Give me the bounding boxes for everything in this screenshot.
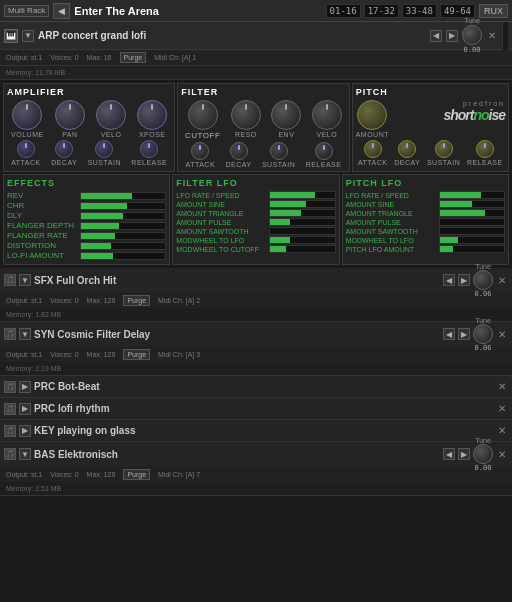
slot-0-purge[interactable]: Purge: [123, 295, 150, 306]
pitch-lfo-rows: LFO RATE / SPEED AMOUNT SINE AMOUNT TRIA…: [346, 191, 505, 253]
flfo-fill-2: [270, 210, 301, 216]
slot-1-next[interactable]: ▶: [458, 328, 470, 340]
output-label: Output: st.1: [6, 54, 42, 61]
flfo-bar-4: [269, 227, 335, 235]
slot-5-close[interactable]: ✕: [496, 449, 508, 460]
slot-1-purge[interactable]: Purge: [123, 349, 150, 360]
plfo-fill-1: [440, 201, 472, 207]
midi-label: Midi Ch: [A] 1: [154, 54, 196, 61]
time-seg-1: 01-16: [326, 4, 361, 18]
filter-lfo-rows: LFO RATE / SPEED AMOUNT SINE AMOUNT TRIA…: [176, 191, 335, 253]
p-sustain: SUSTAIN: [427, 140, 460, 166]
amp-adsr: ATTACK DECAY SUSTAIN RELEASE: [7, 140, 171, 166]
amount-knob[interactable]: [357, 100, 387, 130]
amp-title: AMPLIFIER: [7, 87, 171, 97]
f-sustain-knob[interactable]: [270, 142, 288, 160]
plfo-row-1: AMOUNT SINE: [346, 200, 505, 208]
plfo-bar-1: [439, 200, 505, 208]
xpose-knob[interactable]: [137, 100, 167, 130]
top-bar: Multi Rack ◀ Enter The Arena 01-16 17-32…: [0, 0, 512, 22]
slot-1-prev[interactable]: ◀: [443, 328, 455, 340]
slot-1-close[interactable]: ✕: [496, 329, 508, 340]
pan-knob[interactable]: [55, 100, 85, 130]
inst-info-row: Output: st.1 Voices: 0 Max: 16 Purge Mid…: [0, 50, 512, 66]
fx-dist-label: DISTORTION: [7, 241, 77, 250]
fvelo-knob[interactable]: [312, 100, 342, 130]
plugin-panel: AMPLIFIER VOLUME PAN VELO XPOSE: [0, 80, 512, 268]
f-decay-label: DECAY: [225, 161, 251, 168]
slot-1-tune-knob[interactable]: [473, 324, 493, 344]
reso-knob[interactable]: [231, 100, 261, 130]
slot-0-mem-val: Memory: 1.82 MB: [6, 311, 61, 318]
pan-label: PAN: [62, 131, 77, 138]
slot-5-purge[interactable]: Purge: [123, 469, 150, 480]
flfo-label-1: AMOUNT SINE: [176, 201, 266, 208]
slot-5-prev[interactable]: ◀: [443, 448, 455, 460]
f-attack-knob[interactable]: [191, 142, 209, 160]
velo-knob[interactable]: [96, 100, 126, 130]
slot-3-expand[interactable]: ▶: [19, 403, 31, 415]
fx-rev-bar: [80, 192, 166, 200]
flfo-label-3: AMOUNT PULSE: [176, 219, 266, 226]
p-release-knob[interactable]: [476, 140, 494, 158]
scrollbar[interactable]: [502, 22, 508, 50]
flfo-label-6: MODWHEEL TO CUTOFF: [176, 246, 266, 253]
slot-1-expand[interactable]: ▼: [19, 328, 31, 340]
amp-decay-knob[interactable]: [55, 140, 73, 158]
cutoff-knob[interactable]: [188, 100, 218, 130]
env-knob[interactable]: [271, 100, 301, 130]
flfo-row-1: AMOUNT SINE: [176, 200, 335, 208]
f-release-label: RELEASE: [306, 161, 342, 168]
slot-0-max: Max: 128: [87, 297, 116, 304]
slot-5-next[interactable]: ▶: [458, 448, 470, 460]
slot-0-prev[interactable]: ◀: [443, 274, 455, 286]
reso-container: RESO: [231, 100, 261, 140]
multi-rack-label: Multi Rack: [4, 5, 49, 17]
slot-0-tune-knob[interactable]: [473, 270, 493, 290]
amp-sustain: SUSTAIN: [88, 140, 121, 166]
slot-3-close[interactable]: ✕: [496, 403, 508, 414]
slot-5-tune-knob[interactable]: [473, 444, 493, 464]
slot-0-expand[interactable]: ▼: [19, 274, 31, 286]
plfo-bar-6: [439, 245, 505, 253]
f-release-knob[interactable]: [315, 142, 333, 160]
flfo-row-0: LFO RATE / SPEED: [176, 191, 335, 199]
f-sustain-label: SUSTAIN: [262, 161, 295, 168]
slot-4-icon: 🎵: [4, 425, 16, 437]
fx-row-chr: CHR: [7, 201, 166, 210]
p-sustain-label: SUSTAIN: [427, 159, 460, 166]
slot-5-expand[interactable]: ▼: [19, 448, 31, 460]
prev-button[interactable]: ◀: [430, 30, 442, 42]
slot-5-icon: 🎵: [4, 448, 16, 460]
slot-0-close[interactable]: ✕: [496, 275, 508, 286]
expand-button[interactable]: ▼: [22, 30, 34, 42]
slot-4-close[interactable]: ✕: [496, 425, 508, 436]
fx-rev-fill: [81, 193, 132, 199]
fx-fr-bar: [80, 232, 166, 240]
slot-0-next[interactable]: ▶: [458, 274, 470, 286]
next-button[interactable]: ▶: [446, 30, 458, 42]
amp-attack-knob[interactable]: [17, 140, 35, 158]
rux-button[interactable]: RUX: [479, 4, 508, 18]
f-decay-knob[interactable]: [230, 142, 248, 160]
close-button[interactable]: ✕: [486, 30, 498, 41]
volume-knob[interactable]: [12, 100, 42, 130]
p-attack-knob[interactable]: [364, 140, 382, 158]
f-sustain: SUSTAIN: [262, 142, 295, 168]
slot-4-expand[interactable]: ▶: [19, 425, 31, 437]
p-attack: ATTACK: [358, 140, 388, 166]
plfo-fill-6: [440, 246, 453, 252]
pitch-section: Pitch AMOUNT predfron shortnoise ATTACK: [352, 83, 509, 172]
amp-sustain-knob[interactable]: [95, 140, 113, 158]
back-button[interactable]: ◀: [53, 3, 70, 19]
slot-2-expand[interactable]: ▶: [19, 381, 31, 393]
amp-release-knob[interactable]: [140, 140, 158, 158]
p-decay-knob[interactable]: [398, 140, 416, 158]
p-sustain-knob[interactable]: [435, 140, 453, 158]
main-tune-knob[interactable]: [462, 25, 482, 45]
slot-2-close[interactable]: ✕: [496, 381, 508, 392]
plfo-fill-2: [440, 210, 485, 216]
purge-button[interactable]: Purge: [120, 52, 147, 63]
tune-label: Tune: [464, 17, 480, 24]
flfo-bar-3: [269, 218, 335, 226]
